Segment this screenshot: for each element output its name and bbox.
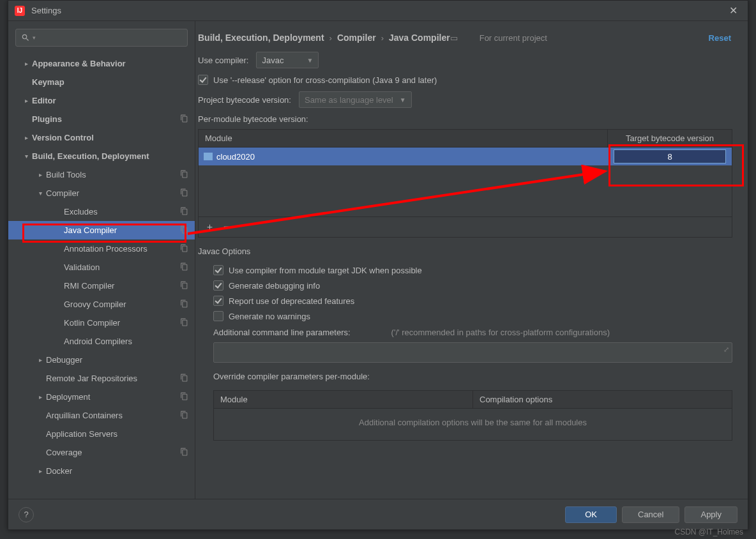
sidebar-item-version-control[interactable]: ▸Version Control [8,128,195,147]
project-bytecode-label: Project bytecode version: [198,95,291,105]
sidebar-item-build-tools[interactable]: ▸Build Tools [8,165,195,184]
scope-label: For current project [480,33,547,43]
table-header-module: Module [199,130,608,147]
search-dropdown-icon[interactable]: ▾ [33,34,36,41]
additional-params-hint: ('/' recommended in paths for cross-plat… [391,328,610,337]
per-module-table: Module Target bytecode version cloud2020… [198,129,732,238]
reset-link[interactable]: Reset [709,33,731,43]
override-label: Override compiler parameters per-module: [213,372,370,381]
option-label: Generate no warnings [229,312,310,321]
dialog-footer: ? OK Cancel Apply [8,499,748,529]
sidebar-item-docker[interactable]: ▸Docker [8,462,195,480]
override-empty-text: Additional compilation options will be t… [214,409,732,440]
copy-icon [180,374,188,384]
chevron-right-icon: ▸ [22,60,30,67]
sidebar-item-editor[interactable]: ▸Editor [8,91,195,110]
sidebar-item-keymap[interactable]: Keymap [8,73,195,91]
option-label: Report use of deprecated features [229,296,354,306]
sidebar-item-debugger[interactable]: ▸Debugger [8,351,195,369]
chevron-right-icon: ▸ [36,356,44,363]
option-checkbox[interactable] [213,280,223,291]
override-header-opts: Compilation options [473,391,732,408]
copy-icon [180,170,188,180]
copy-icon [180,207,188,217]
breadcrumb: Build, Execution, Deployment › Compiler … [195,33,735,43]
sidebar-item-kotlin-compiler[interactable]: Kotlin Compiler [8,314,195,332]
apply-button[interactable]: Apply [684,506,737,523]
copy-icon [180,300,188,310]
sidebar-item-application-servers[interactable]: Application Servers [8,425,195,443]
close-icon[interactable]: ✕ [725,4,741,17]
copy-icon [180,244,188,254]
sidebar-item-annotation-processors[interactable]: Annotation Processors [8,239,195,258]
settings-sidebar: ▾ ▸Appearance & BehaviorKeymap▸EditorPlu… [8,21,195,499]
copy-icon [180,225,188,236]
ok-button[interactable]: OK [565,506,617,523]
settings-window: IJ Settings ✕ ▾ ▸Appearance & BehaviorKe… [8,0,748,530]
scope-icon: ▭ [450,33,458,43]
copy-icon [180,448,188,458]
titlebar: IJ Settings ✕ [8,1,748,21]
override-header-module: Module [214,391,473,408]
table-header-target: Target bytecode version [608,130,732,147]
chevron-right-icon: ▸ [36,393,44,400]
sidebar-item-build-execution-deployment[interactable]: ▾Build, Execution, Deployment [8,147,195,165]
sidebar-item-excludes[interactable]: Excludes [8,202,195,221]
use-compiler-label: Use compiler: [198,56,248,65]
copy-icon [180,411,188,421]
option-checkbox[interactable] [213,265,223,275]
project-bytecode-select[interactable]: Same as language level ▼ [299,91,412,108]
app-logo-icon: IJ [15,6,25,16]
sidebar-item-plugins[interactable]: Plugins [8,110,195,128]
chevron-down-icon: ▼ [306,57,313,64]
copy-icon [180,318,188,328]
settings-tree[interactable]: ▸Appearance & BehaviorKeymap▸EditorPlugi… [8,54,195,499]
search-icon [21,33,30,42]
copy-icon [180,281,188,291]
release-option-label: Use '--release' option for cross-compila… [213,75,437,85]
copy-icon [180,114,188,125]
copy-icon [180,188,188,199]
expand-icon[interactable]: ⤢ [723,345,729,354]
help-button[interactable]: ? [19,507,34,522]
option-label: Use compiler from module target JDK when… [229,266,422,275]
sidebar-item-compiler[interactable]: ▾Compiler [8,184,195,202]
additional-params-input[interactable]: ⤢ [213,342,732,363]
chevron-right-icon: ▸ [22,97,30,104]
additional-params-label: Additional command line parameters: [213,328,351,337]
sidebar-item-validation[interactable]: Validation [8,258,195,277]
table-row[interactable]: cloud2020 8 [199,148,732,165]
sidebar-item-java-compiler[interactable]: Java Compiler [8,221,195,239]
chevron-right-icon: ▸ [36,171,44,178]
per-module-label: Per-module bytecode version: [198,114,735,124]
sidebar-item-android-compilers[interactable]: Android Compilers [8,332,195,351]
chevron-right-icon: ▸ [22,134,30,141]
sidebar-item-coverage[interactable]: Coverage [8,443,195,462]
sidebar-item-appearance-behavior[interactable]: ▸Appearance & Behavior [8,54,195,73]
remove-button[interactable]: − [223,221,229,233]
add-button[interactable]: ＋ [205,221,215,233]
copy-icon [180,392,188,402]
compiler-select[interactable]: Javac ▼ [256,52,319,68]
sidebar-item-arquillian-containers[interactable]: Arquillian Containers [8,406,195,425]
settings-main-panel: Build, Execution, Deployment › Compiler … [195,21,748,499]
watermark: CSDN @IT_Holmes [674,528,743,536]
target-bytecode-cell[interactable]: 8 [614,149,726,163]
chevron-right-icon: ▸ [36,467,44,474]
option-label: Generate debugging info [229,281,320,291]
javac-options-title: Javac Options [198,247,735,256]
sidebar-item-deployment[interactable]: ▸Deployment [8,388,195,406]
chevron-down-icon: ▾ [36,190,44,197]
option-checkbox[interactable] [213,311,223,321]
sidebar-item-groovy-compiler[interactable]: Groovy Compiler [8,295,195,314]
override-table: Module Compilation options Additional co… [213,390,732,441]
release-option-checkbox[interactable] [198,75,208,85]
copy-icon [180,262,188,273]
cancel-button[interactable]: Cancel [622,506,679,523]
search-input[interactable]: ▾ [15,29,188,47]
option-checkbox[interactable] [213,296,223,306]
chevron-down-icon: ▾ [22,153,30,160]
folder-icon [204,153,213,160]
sidebar-item-rmi-compiler[interactable]: RMI Compiler [8,277,195,295]
sidebar-item-remote-jar-repositories[interactable]: Remote Jar Repositories [8,369,195,388]
